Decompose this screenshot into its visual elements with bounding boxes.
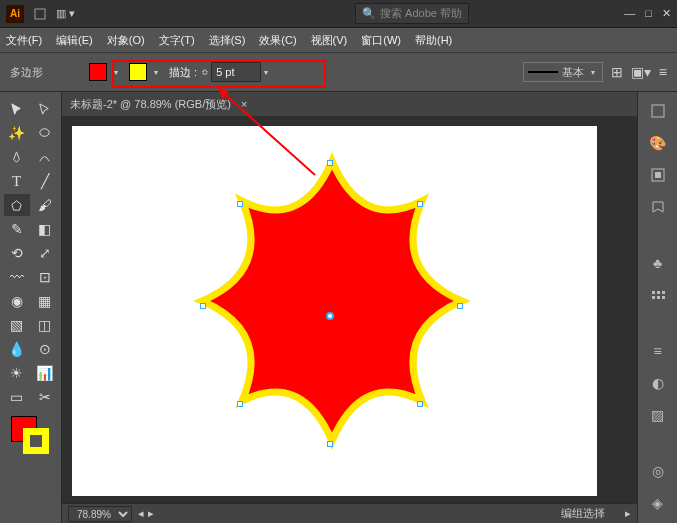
chevron-down-icon[interactable]: ▾ [111, 67, 121, 77]
perspective-tool[interactable]: ▦ [32, 290, 58, 312]
brushes-panel-icon[interactable] [647, 284, 669, 306]
stroke-label: 描边 : [169, 65, 197, 80]
selection-handle[interactable] [200, 303, 206, 309]
appearance-panel-icon[interactable]: ◎ [647, 460, 669, 482]
menu-file[interactable]: 文件(F) [6, 33, 42, 48]
layers-panel-icon[interactable]: ◈ [647, 492, 669, 514]
stroke-width-input[interactable] [211, 62, 261, 82]
nav-right2-icon[interactable]: ▸ [625, 507, 631, 520]
stroke-swatch-group[interactable]: ▾ [125, 61, 165, 83]
maximize-icon[interactable]: □ [645, 7, 652, 20]
transparency-panel-icon[interactable]: ▨ [647, 404, 669, 426]
align-icon[interactable]: ▣▾ [631, 64, 651, 80]
fill-swatch-group[interactable]: ▾ [85, 61, 125, 83]
symbols-panel-icon[interactable]: ♣ [647, 252, 669, 274]
nav-left-icon[interactable]: ◂ [138, 507, 144, 520]
selection-handle[interactable] [417, 401, 423, 407]
selection-handle[interactable] [327, 160, 333, 166]
direct-selection-tool[interactable] [32, 98, 58, 120]
more-icon[interactable]: ≡ [659, 64, 667, 80]
svg-rect-0 [35, 9, 45, 19]
stroke-panel-icon[interactable]: ≡ [647, 340, 669, 362]
search-box[interactable]: 🔍 搜索 Adobe 帮助 [355, 3, 469, 24]
polygon-shape[interactable] [162, 141, 502, 481]
center-handle[interactable] [326, 312, 334, 320]
shape-builder-tool[interactable]: ◉ [4, 290, 30, 312]
chevron-down-icon[interactable]: ▾ [151, 67, 161, 77]
selection-handle[interactable] [327, 441, 333, 447]
stroke-style-dropdown[interactable]: 基本 ▾ [523, 62, 603, 82]
menu-window[interactable]: 窗口(W) [361, 33, 401, 48]
canvas-viewport[interactable] [62, 116, 637, 503]
menu-type[interactable]: 文字(T) [159, 33, 195, 48]
opacity-icon[interactable]: ⊞ [611, 64, 623, 80]
mesh-tool[interactable]: ▧ [4, 314, 30, 336]
eraser-tool[interactable]: ◧ [32, 218, 58, 240]
pen-tool[interactable] [4, 146, 30, 168]
search-icon: 🔍 [362, 7, 376, 20]
eyedropper-tool[interactable]: 💧 [4, 338, 30, 360]
layout-dropdown[interactable]: ▥ ▾ [56, 7, 75, 20]
menu-effect[interactable]: 效果(C) [259, 33, 296, 48]
stroke-preview [528, 71, 558, 73]
rotate-tool[interactable]: ⟲ [4, 242, 30, 264]
selection-handle[interactable] [237, 401, 243, 407]
style-label: 基本 [562, 65, 584, 80]
gradient-panel-icon[interactable]: ◐ [647, 372, 669, 394]
fill-swatch[interactable] [89, 63, 107, 81]
slice-tool[interactable]: ✂ [32, 386, 58, 408]
menu-help[interactable]: 帮助(H) [415, 33, 452, 48]
width-tool[interactable]: 〰 [4, 266, 30, 288]
menu-select[interactable]: 选择(S) [209, 33, 246, 48]
color-panel-icon[interactable]: 🎨 [647, 132, 669, 154]
svg-rect-5 [652, 105, 664, 117]
close-icon[interactable]: ✕ [662, 7, 671, 20]
selection-handle[interactable] [457, 303, 463, 309]
magic-wand-tool[interactable]: ✨ [4, 122, 30, 144]
chevron-down-icon[interactable]: ▾ [261, 67, 271, 77]
selection-tool[interactable] [4, 98, 30, 120]
curvature-tool[interactable] [32, 146, 58, 168]
svg-marker-4 [12, 200, 21, 209]
shaper-tool[interactable]: ✎ [4, 218, 30, 240]
nav-right-icon[interactable]: ▸ [148, 507, 154, 520]
artboard[interactable] [72, 126, 597, 496]
shape-label: 多边形 [10, 65, 43, 80]
chevron-down-icon[interactable]: ▾ [588, 67, 598, 77]
app-logo: Ai [6, 5, 24, 23]
brush-tool[interactable]: 🖌 [32, 194, 58, 216]
symbol-tool[interactable]: ☀ [4, 362, 30, 384]
menu-object[interactable]: 对象(O) [107, 33, 145, 48]
free-transform-tool[interactable]: ⊡ [32, 266, 58, 288]
properties-panel-icon[interactable] [647, 100, 669, 122]
gradient-tool[interactable]: ◫ [32, 314, 58, 336]
stroke-color-box[interactable] [23, 428, 49, 454]
blend-tool[interactable]: ⊙ [32, 338, 58, 360]
selection-handle[interactable] [417, 201, 423, 207]
selection-handle[interactable] [237, 201, 243, 207]
lasso-tool[interactable] [32, 122, 58, 144]
bridge-icon[interactable] [34, 8, 46, 20]
polygon-tool[interactable] [4, 194, 30, 216]
graph-tool[interactable]: 📊 [32, 362, 58, 384]
libraries-panel-icon[interactable] [647, 196, 669, 218]
menu-view[interactable]: 视图(V) [311, 33, 348, 48]
toolbox: ✨ T╱ 🖌 ✎◧ ⟲⤢ 〰⊡ ◉▦ ▧◫ 💧⊙ ☀📊 ▭✂ [0, 92, 62, 523]
document-tab[interactable]: 未标题-2* @ 78.89% (RGB/预览) × [62, 92, 637, 116]
titlebar: Ai ▥ ▾ 🔍 搜索 Adobe 帮助 — □ ✕ [0, 0, 677, 28]
scale-tool[interactable]: ⤢ [32, 242, 58, 264]
stroke-swatch[interactable] [129, 63, 147, 81]
svg-rect-9 [657, 291, 660, 294]
svg-rect-12 [657, 296, 660, 299]
stepper-icon[interactable]: ≎ [201, 67, 209, 77]
zoom-dropdown[interactable]: 78.89% [68, 506, 132, 522]
swatches-panel-icon[interactable] [647, 164, 669, 186]
type-tool[interactable]: T [4, 170, 30, 192]
tab-close-icon[interactable]: × [241, 98, 247, 110]
line-tool[interactable]: ╱ [32, 170, 58, 192]
artboard-tool[interactable]: ▭ [4, 386, 30, 408]
menu-edit[interactable]: 编辑(E) [56, 33, 93, 48]
svg-rect-10 [662, 291, 665, 294]
minimize-icon[interactable]: — [624, 7, 635, 20]
fill-stroke-indicator[interactable] [11, 416, 51, 456]
